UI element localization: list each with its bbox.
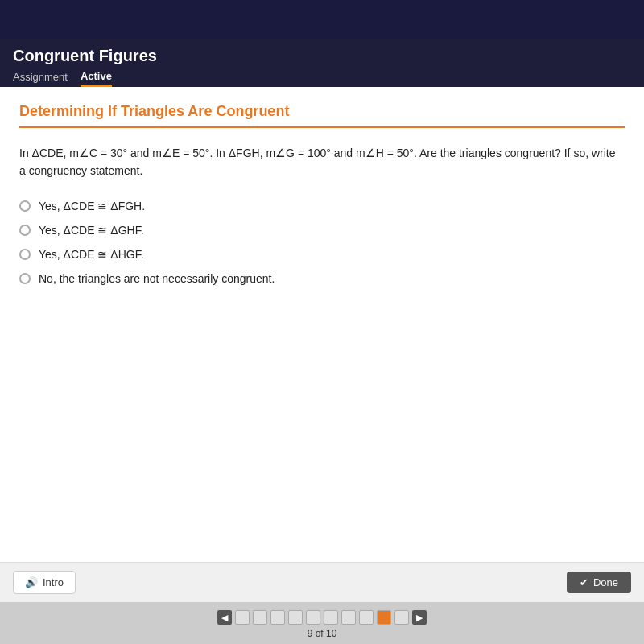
- question-card: Determining If Triangles Are Congruent I…: [0, 87, 644, 562]
- speaker-icon: 🔊: [25, 576, 38, 588]
- intro-button[interactable]: 🔊 Intro: [13, 571, 76, 594]
- intro-label: Intro: [43, 576, 64, 588]
- option-2[interactable]: Yes, ΔCDE ≅ ΔGHF.: [19, 224, 625, 237]
- nav-tabs: Assignment Active: [13, 70, 631, 87]
- pagination-label: 9 of 10: [308, 628, 337, 639]
- option-1-text: Yes, ΔCDE ≅ ΔFGH.: [39, 200, 145, 213]
- option-4-text: No, the triangles are not necessarily co…: [39, 272, 275, 285]
- page-dot-1[interactable]: [235, 610, 250, 625]
- question-text: In ΔCDE, m∠C = 30° and m∠E = 50°. In ΔFG…: [19, 144, 625, 180]
- page-dot-7[interactable]: [341, 610, 356, 625]
- radio-1[interactable]: [19, 200, 31, 212]
- option-3[interactable]: Yes, ΔCDE ≅ ΔHGF.: [19, 248, 625, 261]
- done-label: Done: [593, 576, 618, 588]
- page-dot-4[interactable]: [288, 610, 303, 625]
- radio-3[interactable]: [19, 249, 31, 260]
- page-dot-8[interactable]: [359, 610, 374, 625]
- prev-page-button[interactable]: ◀: [217, 610, 232, 625]
- tab-assignment[interactable]: Assignment: [13, 71, 68, 86]
- card-title: Determining If Triangles Are Congruent: [19, 103, 625, 128]
- tab-active[interactable]: Active: [80, 70, 112, 87]
- radio-2[interactable]: [19, 225, 31, 236]
- page-dot-10[interactable]: [394, 610, 409, 625]
- option-2-text: Yes, ΔCDE ≅ ΔGHF.: [39, 224, 144, 237]
- page-dot-2[interactable]: [253, 610, 267, 625]
- pagination-bar: ◀ ▶ 9 of 10: [0, 602, 644, 644]
- page-dot-6[interactable]: [324, 610, 338, 625]
- check-icon: ✔: [580, 576, 588, 588]
- page-dot-5[interactable]: [306, 610, 320, 625]
- page-dot-3[interactable]: [270, 610, 285, 625]
- option-1[interactable]: Yes, ΔCDE ≅ ΔFGH.: [19, 200, 625, 213]
- option-4[interactable]: No, the triangles are not necessarily co…: [19, 272, 625, 285]
- page-title: Congruent Figures: [13, 47, 157, 65]
- options-list: Yes, ΔCDE ≅ ΔFGH. Yes, ΔCDE ≅ ΔGHF. Yes,…: [19, 200, 625, 546]
- main-content: Determining If Triangles Are Congruent I…: [0, 87, 644, 602]
- done-button[interactable]: ✔ Done: [567, 572, 631, 593]
- top-bar: [0, 0, 644, 39]
- next-page-button[interactable]: ▶: [412, 610, 427, 625]
- pagination-dots: ◀ ▶: [217, 610, 427, 625]
- header-section: Congruent Figures Assignment Active: [0, 39, 644, 87]
- option-3-text: Yes, ΔCDE ≅ ΔHGF.: [39, 248, 144, 261]
- bottom-bar: 🔊 Intro ✔ Done: [0, 562, 644, 602]
- radio-4[interactable]: [19, 273, 31, 284]
- page-dot-9[interactable]: [377, 610, 391, 625]
